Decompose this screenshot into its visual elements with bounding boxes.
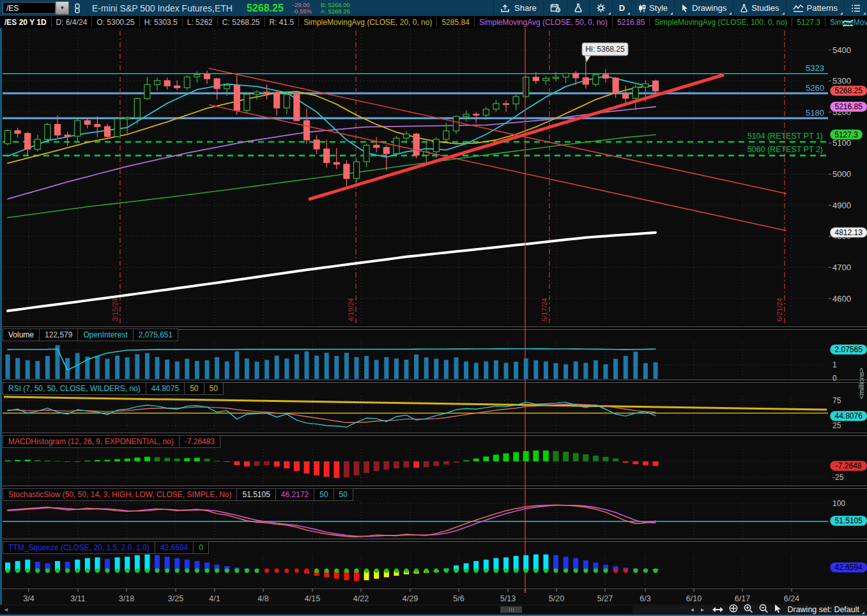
calendar-events-icon[interactable]	[543, 0, 567, 16]
ohlc-high: H: 5303.5	[140, 17, 183, 27]
last-price: 5268.25	[247, 3, 284, 14]
expand-horizontal-icon[interactable]	[712, 604, 723, 615]
svg-text:0: 0	[832, 374, 837, 383]
symbol-dropdown-button[interactable]: ▼	[56, 1, 69, 15]
svg-text:<millions>: <millions>	[857, 367, 865, 399]
rsi-oversold: 50	[204, 383, 223, 394]
zoom-out-icon[interactable]	[759, 604, 769, 616]
drawings-button[interactable]: Drawings	[674, 0, 733, 16]
beaker-icon[interactable]	[567, 0, 589, 16]
svg-text:25: 25	[832, 421, 841, 430]
open-interest-value: 2,075,651	[134, 329, 178, 341]
top-toolbar: /ES ▼ E-mini S&P 500 Index Futures,ETH 5…	[0, 0, 867, 16]
timeframe-button[interactable]: D	[612, 0, 631, 16]
chart-header-row: /ES 20 Y 1D D: 6/4/24 O: 5300.25 H: 5303…	[0, 16, 867, 28]
sma100-value: 5127.3	[792, 17, 825, 27]
svg-text:5060 (RETEST PT 2): 5060 (RETEST PT 2)	[748, 145, 823, 154]
svg-text:5127.3: 5127.3	[834, 130, 858, 139]
chart-canvas: 5323526051805104 (RETEST PT 1)5060 (RETE…	[0, 0, 867, 616]
grid	[3, 31, 828, 586]
volume-value: 122,579	[40, 329, 78, 341]
svg-text:-25: -25	[832, 473, 844, 482]
svg-text:44.8076: 44.8076	[835, 412, 863, 420]
ttm-label[interactable]: TTM_Squeeze (CLOSE, 20, 1.5, 2.0, 1.0)	[3, 542, 155, 553]
bid-ask: B: 5268.00A: 5268.25	[321, 2, 350, 15]
ohlc-range: R: 41.5	[265, 17, 300, 27]
macd-label[interactable]: MACDHistogram (12, 26, 9, EXPONENTIAL, n…	[3, 436, 180, 447]
svg-text:5260: 5260	[806, 83, 824, 93]
macd-pane-header: MACDHistogram (12, 26, 9, EXPONENTIAL, n…	[3, 435, 220, 448]
settings-gear-icon[interactable]	[589, 0, 612, 16]
svg-text:4600: 4600	[832, 294, 851, 304]
symbol-input[interactable]: /ES	[3, 2, 56, 14]
bottom-bar: ◄ ◄ ► Drawing set: Default	[0, 604, 867, 615]
svg-text:1: 1	[832, 360, 837, 369]
stoch-label[interactable]: StochasticSlow (50, 50, 14, 3, HIGH, LOW…	[3, 489, 237, 500]
sma50-value: 5216.85	[613, 17, 650, 27]
rsi-label[interactable]: RSI (7, 50, 50, CLOSE, WILDERS, no)	[3, 383, 146, 394]
ttm-value: 42.6594	[155, 542, 194, 553]
rsi-overbought: 50	[185, 383, 204, 394]
svg-text:51.5105: 51.5105	[835, 516, 863, 525]
svg-text:5323: 5323	[806, 63, 824, 73]
rsi-pane-header: RSI (7, 50, 50, CLOSE, WILDERS, no) 44.8…	[3, 382, 224, 395]
drawing-set-selector[interactable]: Drawing set: Default	[787, 605, 864, 614]
price-change: -29.00-0.55%	[293, 2, 312, 15]
zoom-in-icon[interactable]	[744, 604, 753, 616]
ohlc-open: O: 5300.25	[92, 17, 139, 27]
sma50-label[interactable]: SimpleMovingAvg (CLOSE, 50, 0, no)	[475, 17, 613, 27]
chart-curve-icon[interactable]	[841, 17, 854, 29]
style-button[interactable]: Style	[631, 0, 674, 16]
scroll-left-arrow[interactable]: ◄	[3, 606, 9, 613]
share-button[interactable]: Share	[493, 0, 543, 16]
sma100-label[interactable]: SimpleMovingAvg (CLOSE, 100, 0, no)	[650, 17, 792, 27]
volume-label[interactable]: Volume	[3, 329, 40, 341]
svg-text:100: 100	[832, 499, 845, 508]
step-back-forward-buttons[interactable]: ◄ ►	[689, 607, 707, 613]
stoch-oversold: 50	[334, 489, 353, 500]
symbol-combobox[interactable]: /ES ▼	[3, 1, 69, 15]
ttm-pane-header: TTM_Squeeze (CLOSE, 20, 1.5, 2.0, 1.0) 4…	[3, 541, 209, 554]
studies-button[interactable]: Studies	[733, 0, 785, 16]
svg-text:5268.25: 5268.25	[835, 86, 863, 95]
pan-icon[interactable]	[729, 604, 738, 615]
ohlc-date: D: 6/4/24	[52, 17, 93, 27]
time-scrollbar[interactable]: ◄	[0, 606, 633, 613]
svg-text:4/19/24: 4/19/24	[347, 298, 355, 321]
sma20-value: 5285.84	[437, 17, 474, 27]
window-left-border	[0, 16, 2, 615]
ohlc-low: L: 5262	[183, 17, 218, 27]
svg-text:4812.13: 4812.13	[835, 228, 863, 237]
link-icon[interactable]	[69, 0, 86, 16]
svg-text:5300: 5300	[832, 76, 851, 86]
scrollbar-thumb[interactable]	[500, 606, 522, 613]
svg-text:5180: 5180	[806, 108, 824, 118]
menu-list-icon[interactable]	[844, 0, 867, 16]
stoch-overbought: 50	[314, 489, 334, 500]
svg-text:5216.85: 5216.85	[835, 102, 863, 111]
thinkorswim-chart-window: /ES ▼ E-mini S&P 500 Index Futures,ETH 5…	[0, 0, 867, 616]
svg-text:5104 (RETEST PT 1): 5104 (RETEST PT 1)	[748, 132, 823, 141]
stoch-k-value: 51.5105	[237, 489, 275, 500]
svg-text:5400: 5400	[832, 45, 851, 55]
patterns-button[interactable]: Patterns	[786, 0, 844, 16]
series-descriptor[interactable]: /ES 20 Y 1D	[0, 17, 52, 27]
svg-text:4900: 4900	[832, 201, 851, 210]
svg-text:4700: 4700	[832, 263, 851, 272]
ttm-zero: 0	[194, 542, 208, 553]
macd-value: -7.26483	[180, 436, 220, 447]
svg-text:5000: 5000	[832, 169, 851, 179]
ohlc-close: C: 5268.25	[218, 17, 265, 27]
sma20-label[interactable]: SimpleMovingAvg (CLOSE, 20, 0, no)	[299, 17, 437, 27]
svg-text:-7.2648: -7.2648	[836, 461, 862, 470]
svg-text:75: 75	[832, 396, 841, 405]
stoch-d-value: 46.2172	[276, 489, 314, 500]
svg-text:3/15/24: 3/15/24	[111, 298, 119, 321]
svg-text:5/17/24: 5/17/24	[541, 298, 548, 321]
open-interest-label[interactable]: OpenInterest	[78, 329, 133, 341]
cursor-icon[interactable]	[774, 604, 781, 615]
svg-text:42.6594: 42.6594	[835, 563, 863, 572]
stoch-pane-header: StochasticSlow (50, 50, 14, 3, HIGH, LOW…	[3, 488, 353, 501]
volume-pane-header: Volume 122,579 OpenInterest 2,075,651	[3, 328, 178, 341]
svg-text:Hi: 5368.25: Hi: 5368.25	[585, 45, 625, 54]
